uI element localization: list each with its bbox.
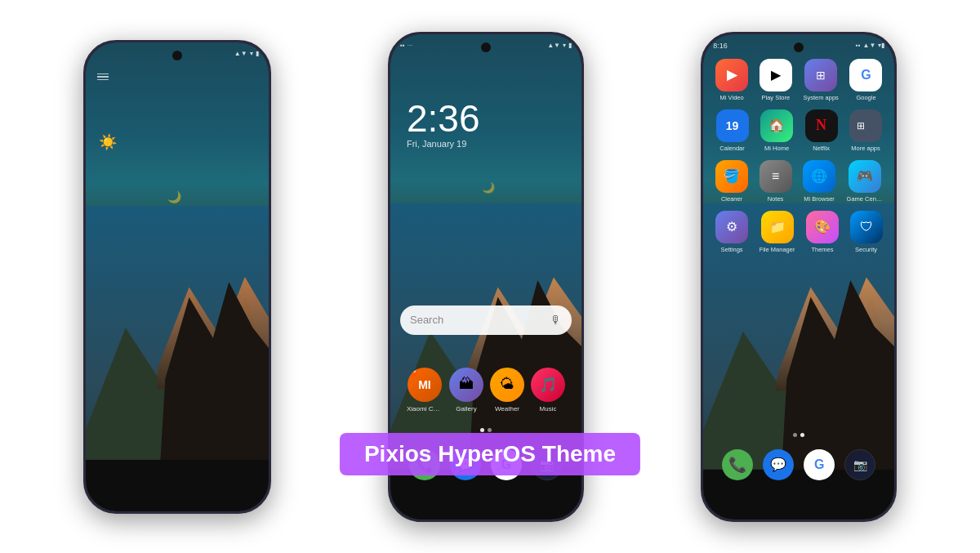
google-app-symbol: G [861,68,871,83]
more-symbol: ⊞ [853,117,878,135]
center-status-right: ▲▼ ▾ ▮ [547,42,572,49]
game-symbol: 🎮 [857,168,873,184]
center-time-widget: 2:36 Fri, January 19 [407,100,480,149]
calendar-icon: 19 [716,109,749,142]
play-store-icon: ▶ [760,59,792,91]
app-music[interactable]: 🎵 Music [531,368,565,413]
calendar-label: Calendar [719,145,744,152]
dot-1 [480,428,484,432]
moon-icon-left: 🌙 [167,190,181,203]
app-xiaomi[interactable]: MI New Xiaomi Com. [407,368,443,413]
file-label: File Manager [760,246,795,253]
xiaomi-icon: MI New [408,368,442,402]
notes-label: Notes [768,195,784,203]
right-dock-camera[interactable]: 📷 [844,449,875,480]
phone-left: ▲▼ ▾ ▮ ☀️ 🌙 36 [83,40,271,514]
dot-2 [488,428,492,432]
notes-symbol: ≡ [772,169,779,184]
app-google[interactable]: G Google [849,59,882,101]
mic-icon[interactable]: 🎙 [550,314,562,327]
app-settings[interactable]: ⚙ Settings [715,211,748,253]
weather-symbol: 🌤 [500,376,514,393]
right-dock-google[interactable]: G [804,449,835,480]
cleaner-symbol: 🪣 [724,168,740,184]
notes-icon: ≡ [760,160,792,193]
signal-icon: ▲▼ [234,50,247,57]
xiaomi-label: Xiaomi Com. [407,405,443,413]
app-row-4: ⚙ Settings 📁 File Manager 🎨 [710,211,888,253]
right-status-right: ▪▪ ▲▼ ▾▮ [856,42,885,49]
app-calendar[interactable]: 19 Calendar [716,109,749,152]
mi-video-symbol: ▶ [727,67,737,83]
file-icon: 📁 [761,211,794,243]
gallery-icon: 🏔 [449,368,483,402]
game-label: Game Center [847,195,883,203]
center-notch [481,42,491,52]
app-more[interactable]: ⊞ More apps [849,109,882,152]
weather-widget-left: ☀️ [99,132,117,151]
search-bar[interactable]: Search 🎙 [400,305,572,335]
title-text: Pixios HyperOS Theme [364,441,616,466]
app-weather[interactable]: 🌤 Weather [490,368,524,413]
app-mi-video[interactable]: ▶ Mi Video [715,59,748,101]
app-file[interactable]: 📁 File Manager [760,211,795,253]
gallery-label: Gallery [456,405,476,413]
netflix-symbol: N [816,117,826,134]
cleaner-label: Cleaner [721,195,742,203]
settings-symbol: ⚙ [726,219,737,234]
app-game[interactable]: 🎮 Game Center [847,160,883,203]
battery-icon: ▮ [256,50,259,57]
center-app-row: MI New Xiaomi Com. 🏔 Gallery 🌤 Weather [390,368,581,413]
dots-menu-icon: ··· [408,42,413,49]
app-netflix[interactable]: N Netflix [805,109,838,152]
app-row-1: ▶ Mi Video ▶ Play Store ⊞ S [710,59,888,101]
right-status-time: 8:16 [713,42,728,50]
left-menu-icon [97,72,109,83]
calendar-symbol: 19 [726,119,739,132]
right-camera-icon: 📷 [853,458,867,471]
app-security[interactable]: 🛡 Security [850,211,883,253]
svg-rect-4 [86,460,269,511]
play-store-label: Play Store [761,94,790,101]
page-dots-center [480,428,492,432]
browser-symbol: 🌐 [811,168,827,184]
center-clock: 2:36 [407,100,480,137]
app-mi-home[interactable]: 🏠 Mi Home [760,109,793,152]
app-gallery[interactable]: 🏔 Gallery [449,368,483,413]
moon-icon-center: 🌙 [482,181,495,194]
center-status-left: ▪▪ ··· [400,42,412,49]
moon-center: 🌙 [482,180,495,194]
xiaomi-logo: MI [418,378,431,391]
dot-r1 [793,433,797,437]
app-browser[interactable]: 🌐 Mi Browser [803,160,835,203]
app-row-2: 19 Calendar 🏠 Mi Home N Ne [710,109,888,152]
page-dots-right [793,433,804,437]
right-dock-messages[interactable]: 💬 [763,449,794,480]
app-cleaner[interactable]: 🪣 Cleaner [715,160,748,203]
title-banner: Pixios HyperOS Theme [340,433,640,475]
signal-center-icon: ▲▼ [547,42,560,49]
gallery-symbol: 🏔 [459,376,474,393]
music-icon: 🎵 [531,368,565,402]
netflix-label: Netflix [813,145,830,152]
right-google-icon: G [814,457,824,472]
search-text: Search [410,314,550,326]
app-system[interactable]: ⊞ System apps [803,59,838,101]
wifi-right-icon: ▲▼ [862,42,875,49]
left-notch [172,51,182,60]
netflix-icon: N [805,109,838,142]
security-symbol: 🛡 [860,220,873,234]
right-dock-phone[interactable]: 📞 [722,449,753,480]
signal-right-icon: ▪▪ [856,42,861,49]
app-themes[interactable]: 🎨 Themes [806,211,839,253]
app-play-store[interactable]: ▶ Play Store [760,59,792,101]
system-icon: ⊞ [804,59,837,91]
themes-label: Themes [811,246,833,253]
left-status-right: ▲▼ ▾ ▮ [234,50,259,57]
mi-home-icon: 🏠 [760,109,793,142]
app-row-3: 🪣 Cleaner ≡ Notes 🌐 Mi Br [710,160,888,203]
more-icon: ⊞ [849,109,882,142]
settings-icon: ⚙ [715,211,748,243]
mi-video-label: Mi Video [720,94,744,101]
app-notes[interactable]: ≡ Notes [760,160,792,203]
